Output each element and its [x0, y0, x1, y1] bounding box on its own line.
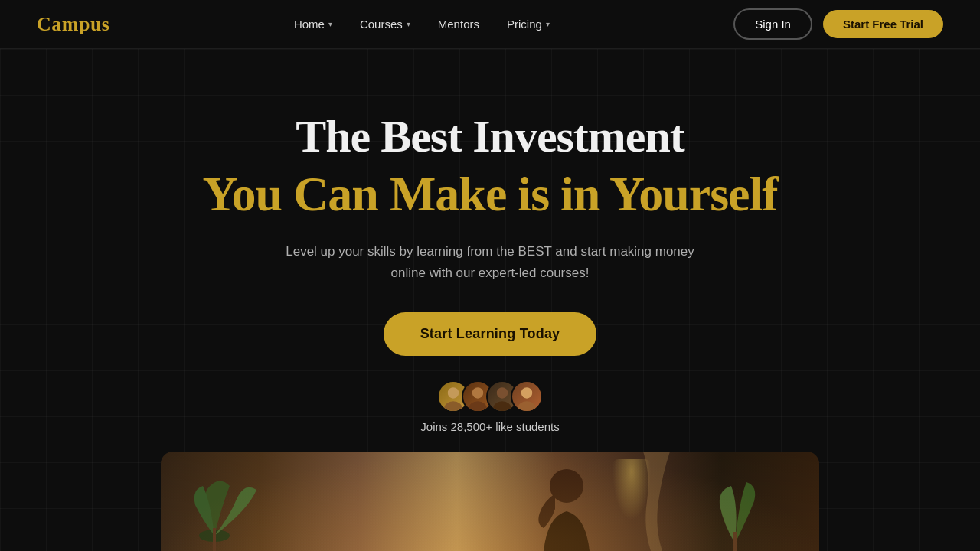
svg-point-5: [493, 402, 511, 413]
hero-section: The Best Investment You Can Make is in Y…: [0, 49, 980, 433]
brand-logo[interactable]: Campus: [37, 13, 109, 36]
chevron-down-icon: ▾: [328, 20, 332, 28]
nav-links: Home ▾ Courses ▾ Mentors Pricing ▾: [294, 18, 550, 31]
social-proof-text: Joins 28,500+ like students: [420, 420, 559, 433]
hero-image-strip: [161, 452, 819, 551]
social-proof: Joins 28,500+ like students: [420, 380, 559, 433]
nav-pricing[interactable]: Pricing ▾: [507, 18, 550, 31]
hero-subtitle: Level up your skills by learning from th…: [276, 241, 704, 285]
avatar-group: [437, 380, 543, 412]
svg-point-7: [518, 402, 536, 413]
nav-mentors[interactable]: Mentors: [438, 18, 479, 31]
page-wrapper: Campus Home ▾ Courses ▾ Mentors Pricing …: [0, 0, 980, 551]
hero-title-line2: You Can Make is in Yourself: [202, 166, 777, 223]
nav-home[interactable]: Home ▾: [294, 18, 332, 31]
svg-point-4: [497, 388, 508, 399]
svg-point-1: [444, 402, 462, 413]
hero-title-line1: The Best Investment: [296, 110, 684, 163]
avatar: [511, 380, 543, 412]
svg-point-6: [521, 388, 532, 399]
hero-image-inner: [161, 452, 819, 551]
cta-button[interactable]: Start Learning Today: [384, 312, 597, 356]
navbar: Campus Home ▾ Courses ▾ Mentors Pricing …: [0, 0, 980, 49]
svg-point-3: [469, 402, 487, 413]
svg-point-2: [472, 388, 483, 399]
signin-button[interactable]: Sign In: [733, 8, 812, 40]
chevron-down-icon: ▾: [546, 20, 550, 28]
start-trial-button[interactable]: Start Free Trial: [823, 10, 943, 38]
svg-point-0: [448, 388, 459, 399]
nav-courses[interactable]: Courses ▾: [360, 18, 410, 31]
chevron-down-icon: ▾: [407, 20, 410, 28]
nav-actions: Sign In Start Free Trial: [733, 8, 943, 40]
